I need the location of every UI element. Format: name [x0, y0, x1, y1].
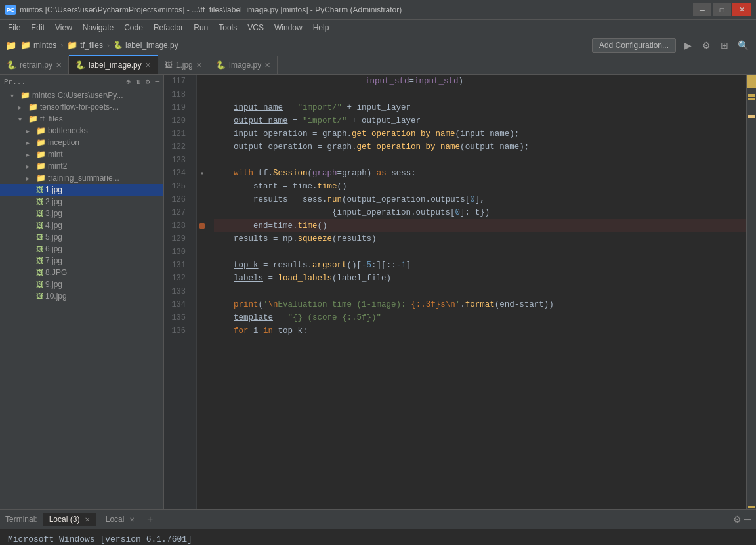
- folder-icon-mint: 📁: [36, 150, 46, 159]
- tree-item-6jpg[interactable]: 🖼 6.jpg: [0, 243, 163, 255]
- image-icon-2jpg: 🖼: [36, 198, 43, 206]
- menu-edit[interactable]: Edit: [26, 22, 50, 33]
- code-line-124: with tf.Session(graph=graph) as sess:: [214, 167, 746, 180]
- folder-icon-tensorflow: 📁: [28, 102, 38, 112]
- tree-item-2jpg[interactable]: 🖼 2.jpg: [0, 196, 163, 207]
- menu-refactor[interactable]: Refactor: [148, 22, 188, 33]
- tree-item-tensorflow[interactable]: ▸ 📁 tensorflow-for-poets-...: [0, 101, 163, 113]
- tabs-bar: 🐍 retrain.py ✕ 🐍 label_image.py ✕ 🖼 1.jp…: [0, 55, 756, 75]
- tree-item-10jpg[interactable]: 🖼 10.jpg: [0, 290, 163, 302]
- tree-item-8jpg[interactable]: 🖼 8.JPG: [0, 267, 163, 278]
- tree-item-mint2[interactable]: ▸ 📁 mint2: [0, 160, 163, 172]
- folder-icon-mint2: 📁: [36, 162, 46, 171]
- menu-run[interactable]: Run: [188, 22, 213, 33]
- code-line-133: [214, 285, 746, 298]
- tab-label-image[interactable]: 🐍 label_image.py ✕: [69, 54, 158, 74]
- terminal-area: Terminal: Local (3) ✕ Local ✕ + ⚙ ─ Micr…: [0, 509, 756, 545]
- title-text: mintos [C:\Users\user\PycharmProjects\mi…: [20, 5, 693, 14]
- image-icon-6jpg: 🖼: [36, 245, 43, 253]
- breadcrumb-sep-2: ›: [107, 41, 110, 50]
- gutter-highlight: [747, 75, 756, 88]
- menu-navigate[interactable]: Navigate: [77, 22, 119, 33]
- debug-button[interactable]: ⚙: [698, 37, 714, 53]
- minimize-button[interactable]: ─: [693, 3, 711, 16]
- image-icon-3jpg: 🖼: [36, 209, 43, 217]
- tab-retrain[interactable]: 🐍 retrain.py ✕: [0, 56, 69, 74]
- tree-item-training[interactable]: ▸ 📁 training_summarie...: [0, 172, 163, 184]
- sidebar-settings-icon[interactable]: ⚙: [146, 77, 150, 86]
- tree-item-4jpg[interactable]: 🖼 4.jpg: [0, 219, 163, 231]
- tree-item-3jpg[interactable]: 🖼 3.jpg: [0, 207, 163, 219]
- breadcrumb-mintos[interactable]: 📁 mintos: [20, 40, 56, 50]
- tree-item-mint[interactable]: ▸ 📁 mint: [0, 148, 163, 160]
- image-icon-5jpg: 🖼: [36, 233, 43, 241]
- tree-item-mintos[interactable]: ▾ 📁 mintos C:\Users\user\Py...: [0, 89, 163, 101]
- tab-1jpg[interactable]: 🖼 1.jpg ✕: [158, 56, 209, 74]
- folder-icon-mintos: 📁: [20, 91, 30, 100]
- menu-file[interactable]: File: [3, 22, 26, 33]
- tree-item-inception[interactable]: ▸ 📁 inception: [0, 137, 163, 148]
- code-line-135: template = "{} (score={:.5f})": [214, 311, 746, 324]
- window-controls: ─ □ ✕: [693, 3, 751, 16]
- sidebar-collapse-icon[interactable]: ⇅: [136, 77, 140, 86]
- code-line-120: output_name = "import/" + output_layer: [214, 114, 746, 127]
- tree-item-5jpg[interactable]: 🖼 5.jpg: [0, 231, 163, 243]
- image-icon-8jpg: 🖼: [36, 269, 43, 276]
- code-text[interactable]: input_std=input_std) input_name = "impor…: [207, 75, 746, 509]
- close-tab-label-image[interactable]: ✕: [145, 61, 151, 70]
- fold-icon-124[interactable]: ▾: [200, 169, 204, 177]
- menu-view[interactable]: View: [50, 22, 77, 33]
- terminal-tab-local3[interactable]: Local (3) ✕: [43, 513, 96, 526]
- tree-item-1jpg[interactable]: 🖼 1.jpg: [0, 184, 163, 196]
- coverage-button[interactable]: ⊞: [717, 37, 732, 53]
- menu-window[interactable]: Window: [269, 22, 308, 33]
- code-line-134: print('\nEvaluation time (1-image): {:.3…: [214, 298, 746, 311]
- tree-item-bottlenecks[interactable]: ▸ 📁 bottlenecks: [0, 125, 163, 137]
- maximize-button[interactable]: □: [713, 3, 731, 16]
- breadcrumb-tffiles[interactable]: 📁 tf_files: [67, 40, 103, 50]
- gutter-mark-4: [748, 506, 755, 508]
- add-terminal-button[interactable]: +: [144, 513, 157, 526]
- terminal-tabs: Terminal: Local (3) ✕ Local ✕ + ⚙ ─: [0, 510, 756, 529]
- terminal-settings-button[interactable]: ⚙: [733, 514, 742, 525]
- image-icon-9jpg: 🖼: [36, 280, 43, 288]
- breadcrumb-file[interactable]: 🐍 label_image.py: [114, 41, 178, 50]
- folder-icon-2: 📁: [67, 40, 77, 50]
- terminal-close-button[interactable]: ─: [744, 514, 751, 525]
- image-icon-7jpg: 🖼: [36, 257, 43, 265]
- tab-image-py[interactable]: 🐍 Image.py ✕: [209, 56, 278, 74]
- breakpoint-128[interactable]: [199, 223, 205, 229]
- code-editor[interactable]: 117 118 119 120 121 122 123 124 125 126 …: [164, 75, 756, 509]
- terminal-tab-local[interactable]: Local ✕: [99, 513, 141, 526]
- app-icon: PC: [5, 5, 16, 15]
- gutter-mark-1: [748, 94, 755, 97]
- main-content: Pr... ⊕ ⇅ ⚙ ─ ▾ 📁 mintos C:\Users\user\P…: [0, 75, 756, 509]
- close-button[interactable]: ✕: [732, 3, 751, 16]
- image-icon-1jpg: 🖼: [36, 186, 43, 194]
- terminal-content[interactable]: Microsoft Windows [version 6.1.7601] Cop…: [0, 529, 756, 545]
- close-terminal-local[interactable]: ✕: [129, 516, 135, 523]
- project-icon: 📁: [5, 40, 16, 51]
- menu-code[interactable]: Code: [119, 22, 148, 33]
- tree-item-tffiles[interactable]: ▾ 📁 tf_files: [0, 113, 163, 125]
- close-terminal-local3[interactable]: ✕: [85, 516, 90, 523]
- image-icon-4jpg: 🖼: [36, 221, 43, 229]
- right-gutter: [746, 75, 756, 509]
- add-configuration-button[interactable]: Add Configuration...: [592, 38, 676, 53]
- image-icon-10jpg: 🖼: [36, 292, 43, 300]
- close-tab-retrain[interactable]: ✕: [56, 61, 62, 70]
- run-button[interactable]: ▶: [680, 37, 696, 53]
- menu-help[interactable]: Help: [308, 22, 335, 33]
- menu-vcs[interactable]: VCS: [242, 22, 269, 33]
- menu-bar: File Edit View Navigate Code Refactor Ru…: [0, 20, 756, 35]
- close-tab-1jpg[interactable]: ✕: [196, 61, 202, 70]
- close-tab-image-py[interactable]: ✕: [264, 61, 270, 70]
- search-button[interactable]: 🔍: [735, 37, 751, 53]
- code-line-136: for i in top_k:: [214, 324, 746, 338]
- gutter-mark-3: [748, 115, 755, 118]
- tree-item-7jpg[interactable]: 🖼 7.jpg: [0, 255, 163, 267]
- sidebar-minimize-icon[interactable]: ─: [155, 78, 159, 86]
- sidebar-options-icon[interactable]: ⊕: [127, 77, 131, 86]
- tree-item-9jpg[interactable]: 🖼 9.jpg: [0, 278, 163, 290]
- menu-tools[interactable]: Tools: [213, 22, 242, 33]
